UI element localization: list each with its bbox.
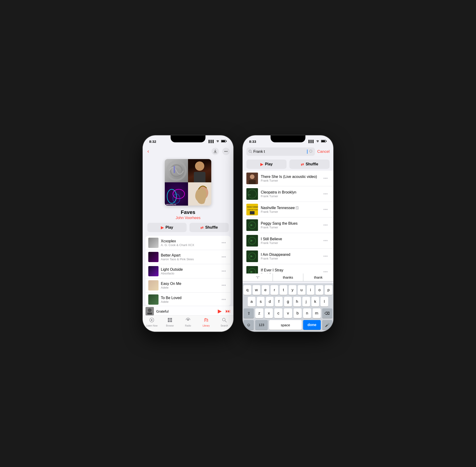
- key-l[interactable]: l: [321, 297, 328, 307]
- key-b[interactable]: b: [294, 308, 302, 318]
- key-x[interactable]: x: [265, 308, 273, 318]
- status-icons-right: ▌▌▌: [308, 140, 327, 143]
- tab-library[interactable]: Library: [199, 317, 213, 327]
- tab-browse[interactable]: Browse: [163, 317, 177, 327]
- key-z[interactable]: z: [255, 308, 263, 318]
- svg-line-27: [225, 321, 226, 322]
- shuffle-label: Shuffle: [205, 225, 218, 230]
- mic-key[interactable]: 🎤: [322, 320, 332, 330]
- track-item-easy-on-me[interactable]: Easy On Me Adele •••: [146, 278, 231, 293]
- result-more-nashville[interactable]: •••: [321, 206, 330, 213]
- key-o[interactable]: o: [316, 285, 323, 295]
- tab-listen-now[interactable]: Listen Now: [145, 317, 159, 327]
- svg-rect-45: [250, 211, 254, 214]
- key-n[interactable]: n: [303, 308, 311, 318]
- svg-point-9: [167, 189, 176, 203]
- emoji-key[interactable]: ☺: [244, 320, 254, 330]
- results-play-button[interactable]: ▶ Play: [246, 159, 287, 169]
- shuffle-button[interactable]: ⇄ Shuffle: [189, 223, 229, 232]
- key-e[interactable]: e: [262, 285, 269, 295]
- key-u[interactable]: u: [298, 285, 305, 295]
- key-k[interactable]: k: [312, 297, 319, 307]
- download-button[interactable]: [212, 148, 219, 155]
- key-a[interactable]: a: [248, 297, 255, 307]
- key-p[interactable]: p: [325, 285, 332, 295]
- key-s[interactable]: s: [257, 297, 264, 307]
- battery-icon-left: [221, 140, 227, 143]
- key-v[interactable]: v: [284, 308, 292, 318]
- result-info-still-believe: I Still Believe Frank Turner: [261, 237, 319, 245]
- search-query-text: Frank t: [253, 150, 306, 154]
- track-info-light-outside: Light Outside Absofacto: [161, 267, 217, 275]
- result-more-still-believe[interactable]: •••: [321, 237, 330, 244]
- num-key[interactable]: 123: [255, 320, 268, 330]
- result-name-nashville: Nashville Tennessee: [261, 206, 295, 210]
- result-item-still-believe[interactable]: I Still Believe Frank Turner •••: [243, 233, 333, 249]
- right-phone: 8:33 ▌▌▌ Frank t C: [243, 135, 333, 332]
- track-artist-light-outside: Absofacto: [161, 272, 217, 275]
- tab-bar-left: Listen Now Browse Radio Library: [143, 315, 233, 332]
- key-w[interactable]: w: [253, 285, 260, 295]
- track-more-light-outside[interactable]: •••: [220, 268, 228, 275]
- key-j[interactable]: j: [302, 297, 310, 307]
- key-t[interactable]: t: [280, 285, 287, 295]
- search-field[interactable]: Frank t: [246, 147, 315, 156]
- key-g[interactable]: g: [284, 297, 292, 307]
- result-item-stray[interactable]: If Ever I Stray Frank Turner •••: [243, 264, 333, 273]
- track-more-better-apart[interactable]: •••: [220, 254, 228, 260]
- results-list: There She Is (Live acoustic video) Frank…: [243, 171, 333, 273]
- delete-key[interactable]: ⌫: [322, 308, 332, 318]
- result-artist-nashville: Frank Turner: [261, 210, 319, 213]
- result-more-peggy[interactable]: •••: [321, 222, 330, 229]
- done-key[interactable]: done: [303, 320, 321, 330]
- result-item-peggy[interactable]: Peggy Sang the Blues Frank Turner •••: [243, 218, 333, 233]
- result-more-stray[interactable]: •••: [321, 269, 330, 274]
- results-shuffle-label: Shuffle: [306, 162, 318, 166]
- result-item-disappeared[interactable]: I Am Disappeared Frank Turner •••: [243, 249, 333, 264]
- result-item-cleopatra[interactable]: FT Cleopatra in Brooklyn Frank Turner ••…: [243, 186, 333, 202]
- more-button[interactable]: •••: [222, 148, 230, 155]
- track-item-to-be-loved[interactable]: To Be Loved Adele •••: [146, 293, 231, 306]
- suggestion-t[interactable]: "t": [243, 273, 273, 281]
- result-info-peggy: Peggy Sang the Blues Frank Turner: [261, 221, 319, 229]
- back-button[interactable]: ‹: [146, 147, 150, 155]
- search-clear-button[interactable]: [309, 149, 313, 154]
- suggestion-thank[interactable]: thank: [303, 273, 333, 281]
- space-key[interactable]: space: [269, 320, 302, 330]
- key-i[interactable]: i: [307, 285, 314, 295]
- result-more-disappeared[interactable]: •••: [321, 253, 330, 260]
- np-skip-button[interactable]: ⏭: [225, 308, 231, 314]
- key-y[interactable]: y: [289, 285, 296, 295]
- tab-radio[interactable]: Radio: [181, 317, 195, 327]
- result-more-cleopatra[interactable]: •••: [321, 191, 330, 197]
- result-item-there-she-is[interactable]: There She Is (Live acoustic video) Frank…: [243, 171, 333, 186]
- tab-search[interactable]: Search: [217, 317, 231, 327]
- svg-text:ABSOFACTO: ABSOFACTO: [166, 204, 176, 205]
- suggestion-thanks[interactable]: thanks: [273, 273, 303, 281]
- track-item-better-apart[interactable]: Better Apart Aaron Taos & Pink Skies •••: [146, 250, 231, 264]
- np-play-button[interactable]: ▶: [218, 308, 222, 314]
- key-r[interactable]: r: [271, 285, 278, 295]
- track-artist-xcxoplex: A. G. Cook & Charli XCX: [161, 243, 217, 247]
- track-item-light-outside[interactable]: Light Outside Absofacto •••: [146, 264, 231, 278]
- key-h[interactable]: h: [293, 297, 301, 307]
- result-more-there-she-is[interactable]: •••: [321, 175, 330, 182]
- track-item[interactable]: Xcxoplex A. G. Cook & Charli XCX •••: [146, 236, 231, 250]
- results-shuffle-button[interactable]: ⇄ Shuffle: [289, 159, 330, 169]
- now-playing-bar[interactable]: Grateful ▶ ⏭: [143, 306, 233, 315]
- key-c[interactable]: c: [274, 308, 282, 318]
- key-f[interactable]: f: [275, 297, 283, 307]
- svg-rect-6: [174, 166, 175, 173]
- svg-point-26: [222, 318, 225, 321]
- cancel-button[interactable]: Cancel: [317, 149, 330, 154]
- track-more-easy-on-me[interactable]: •••: [220, 282, 228, 289]
- track-info-better-apart: Better Apart Aaron Taos & Pink Skies: [161, 253, 217, 261]
- key-d[interactable]: d: [266, 297, 274, 307]
- key-m[interactable]: m: [313, 308, 321, 318]
- play-button[interactable]: ▶ Play: [147, 223, 187, 232]
- track-more-xcxoplex[interactable]: •••: [220, 240, 228, 246]
- result-item-nashville[interactable]: FRANK TURNER CAMPFIRE PUNKROCK Nashville…: [243, 202, 333, 218]
- track-more-to-be-loved[interactable]: •••: [220, 296, 228, 303]
- shift-key[interactable]: ⇧: [244, 308, 254, 318]
- key-q[interactable]: q: [244, 285, 251, 295]
